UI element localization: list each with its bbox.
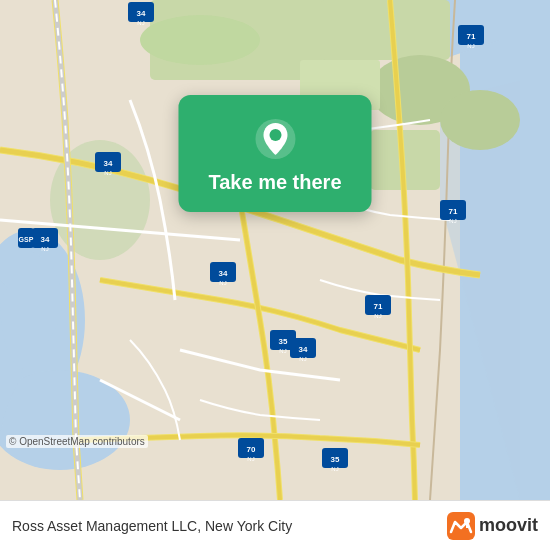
svg-text:NJ: NJ <box>137 20 144 26</box>
svg-text:NJ: NJ <box>279 348 286 354</box>
svg-point-48 <box>269 129 281 141</box>
svg-text:NJ: NJ <box>374 313 381 319</box>
moovit-logo: moovit <box>447 512 538 540</box>
svg-point-10 <box>140 15 260 65</box>
svg-text:NJ: NJ <box>299 356 306 362</box>
svg-text:NJ: NJ <box>41 246 48 252</box>
svg-text:34: 34 <box>41 235 50 244</box>
svg-text:NJ: NJ <box>331 466 338 472</box>
svg-text:NJ: NJ <box>219 280 226 286</box>
svg-text:35: 35 <box>331 455 340 464</box>
location-text: Ross Asset Management LLC, New York City <box>12 518 292 534</box>
map-svg: 34 NJ 34 NJ 34 NJ 34 NJ 35 NJ 35 NJ 71 N… <box>0 0 550 500</box>
svg-text:NJ: NJ <box>449 218 456 224</box>
moovit-brand-icon <box>447 512 475 540</box>
map-container: 34 NJ 34 NJ 34 NJ 34 NJ 35 NJ 35 NJ 71 N… <box>0 0 550 500</box>
svg-text:NJ: NJ <box>467 43 474 49</box>
svg-text:34: 34 <box>219 269 228 278</box>
svg-point-8 <box>440 90 520 150</box>
svg-rect-5 <box>320 0 450 60</box>
moovit-brand-text: moovit <box>479 515 538 536</box>
svg-text:34: 34 <box>137 9 146 18</box>
svg-text:70: 70 <box>247 445 256 454</box>
svg-rect-49 <box>447 512 475 540</box>
location-pin-icon <box>251 115 299 163</box>
navigation-card[interactable]: Take me there <box>178 95 371 212</box>
svg-text:35: 35 <box>279 337 288 346</box>
map-attribution: © OpenStreetMap contributors <box>6 435 148 448</box>
card-label: Take me there <box>208 171 341 194</box>
svg-text:71: 71 <box>374 302 383 311</box>
svg-text:71: 71 <box>467 32 476 41</box>
svg-text:NJ: NJ <box>104 170 111 176</box>
svg-text:34: 34 <box>299 345 308 354</box>
svg-text:71: 71 <box>449 207 458 216</box>
bottom-bar: Ross Asset Management LLC, New York City… <box>0 500 550 550</box>
svg-text:NJ: NJ <box>247 456 254 462</box>
svg-text:34: 34 <box>104 159 113 168</box>
svg-text:GSP: GSP <box>19 236 34 243</box>
